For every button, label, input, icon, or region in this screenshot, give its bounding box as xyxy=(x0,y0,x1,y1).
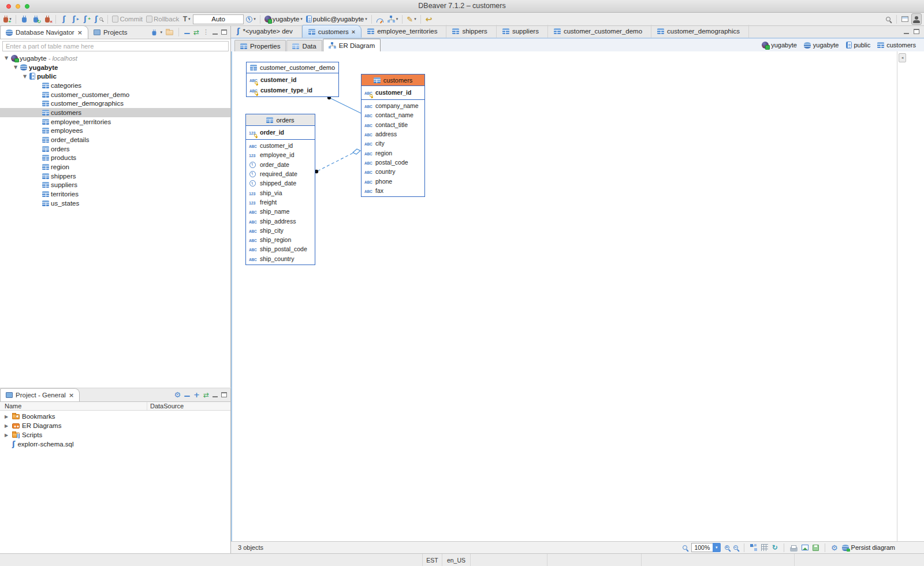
project-item[interactable]: ▶ Bookmarks xyxy=(0,412,230,421)
print-diagram-button[interactable] xyxy=(790,547,798,552)
new-sql-editor-button[interactable]: ʃ xyxy=(59,13,69,25)
entity-column[interactable]: customer_type_id xyxy=(247,85,338,95)
entity-column[interactable]: address xyxy=(362,129,424,139)
project-item[interactable]: ▶ Scripts xyxy=(0,430,230,440)
commit-mode-combo[interactable]: Auto xyxy=(193,14,244,24)
breadcrumb-item[interactable]: yugabyte xyxy=(804,42,839,49)
entity-column[interactable]: region xyxy=(362,148,424,157)
entity-column[interactable]: ship_via xyxy=(246,188,315,197)
toggle-grid-button[interactable] xyxy=(761,544,768,551)
editor-tab[interactable]: customer_customer_demo xyxy=(548,25,651,38)
connect-button[interactable] xyxy=(19,13,29,25)
editor-subtab[interactable]: ER Diagram xyxy=(323,39,381,51)
dashboard-button[interactable] xyxy=(375,13,385,25)
sql-templates-button[interactable]: ʃ xyxy=(94,13,105,25)
column-name[interactable]: Name xyxy=(5,403,21,409)
zoom-in-button[interactable]: + xyxy=(725,545,729,550)
project-item[interactable]: ▶ ER Diagrams xyxy=(0,421,230,430)
tree-item[interactable]: ▼ yugabyte xyxy=(0,63,230,72)
chevron-down-icon[interactable]: ▾ xyxy=(160,31,162,34)
zoom-out-button[interactable]: − xyxy=(733,545,738,550)
active-schema-selector[interactable]: public@yugabyte ▾ xyxy=(305,13,368,25)
expand-arrow-icon[interactable]: ▶ xyxy=(5,414,10,419)
open-perspective-button[interactable] xyxy=(900,13,910,25)
entity-column[interactable]: contact_title xyxy=(362,120,424,129)
zoom-level-value[interactable]: 100% xyxy=(691,543,713,552)
project-item[interactable]: explorr-schema.sql xyxy=(0,440,230,449)
refresh-diagram-button[interactable]: ↻ xyxy=(772,543,778,552)
entity-column[interactable]: ship_postal_code xyxy=(246,244,315,254)
entity-customer-customer-demo[interactable]: customer_customer_demo customer_id custo… xyxy=(246,62,339,97)
expand-arrow-icon[interactable]: ▶ xyxy=(5,423,10,429)
export-image-button[interactable] xyxy=(802,545,808,550)
minimize-panel-icon[interactable] xyxy=(213,33,218,35)
entity-column[interactable]: ship_city xyxy=(246,226,315,235)
editor-tab[interactable]: customers × xyxy=(302,25,362,38)
compare-structures-button[interactable]: ▾ xyxy=(386,13,400,25)
collapse-all-icon[interactable] xyxy=(184,33,190,35)
editor-tab[interactable]: suppliers xyxy=(497,25,548,38)
reconnect-button[interactable]: ↻ xyxy=(31,13,41,25)
entity-header[interactable]: customer_customer_demo xyxy=(247,62,338,73)
tree-item[interactable]: ▼ public xyxy=(0,72,230,81)
transaction-log-button[interactable]: ▾ xyxy=(245,13,257,25)
rollback-button[interactable]: Rollback xyxy=(145,13,180,25)
zoom-dropdown-button[interactable]: ▾ xyxy=(713,543,721,552)
entity-column[interactable]: freight xyxy=(246,198,315,207)
new-connection-button[interactable]: + ▾ xyxy=(2,13,13,25)
editor-tab[interactable]: customer_demographics xyxy=(651,25,749,38)
link-with-editor-icon[interactable]: ⇄ xyxy=(203,391,209,399)
tree-item[interactable]: products xyxy=(0,154,230,163)
close-icon[interactable]: × xyxy=(69,392,74,399)
new-folder-icon[interactable] xyxy=(166,30,173,35)
close-icon[interactable]: × xyxy=(352,28,355,35)
entity-column[interactable]: phone xyxy=(362,176,424,185)
entity-column[interactable]: order_date xyxy=(246,160,315,169)
entity-column[interactable]: customer_id xyxy=(362,88,424,98)
undo-button[interactable]: ↩ xyxy=(424,13,434,25)
link-with-editor-icon[interactable]: ⇄ xyxy=(193,28,199,36)
entity-column[interactable]: city xyxy=(362,139,424,148)
close-icon[interactable]: × xyxy=(77,29,83,36)
editor-subtab[interactable]: Properties xyxy=(234,40,286,51)
tree-item[interactable]: employee_territories xyxy=(0,117,230,126)
breadcrumb-item[interactable]: public xyxy=(846,42,871,49)
entity-column[interactable]: employee_id xyxy=(246,150,315,159)
tree-item[interactable]: ▼ yugabyte - localhost xyxy=(0,54,230,63)
collapse-all-icon[interactable] xyxy=(184,396,190,397)
tree-item[interactable]: categories xyxy=(0,81,230,90)
entity-column[interactable]: shipped_date xyxy=(246,178,315,188)
editor-tab[interactable]: shippers xyxy=(446,25,496,38)
table-filter-input[interactable] xyxy=(2,41,229,51)
entity-orders[interactable]: orders order_id customer_id employee_id xyxy=(245,114,315,265)
tab-database-navigator[interactable]: Database Navigator × xyxy=(0,25,88,39)
persist-diagram-button[interactable]: Persist diagram xyxy=(842,544,895,551)
relation-line-ccd-customers[interactable] xyxy=(329,98,361,113)
tree-item[interactable]: shippers xyxy=(0,172,230,181)
entity-column[interactable]: customer_id xyxy=(247,75,338,85)
pretty-print-button[interactable]: ✎ ▾ xyxy=(405,13,417,25)
tree-item[interactable]: customer_customer_demo xyxy=(0,90,230,99)
entity-column[interactable]: ship_region xyxy=(246,235,315,244)
entity-column[interactable]: contact_name xyxy=(362,110,424,120)
search-button[interactable] xyxy=(883,13,893,25)
editor-subtab[interactable]: Data xyxy=(286,40,322,51)
palette-toggle-button[interactable]: ◂ xyxy=(899,53,906,62)
expand-arrow-icon[interactable]: ▶ xyxy=(5,433,10,438)
tree-item[interactable]: customer_demographics xyxy=(0,99,230,108)
gear-icon[interactable]: ⚙ xyxy=(174,390,181,399)
entity-column[interactable]: customer_id xyxy=(246,141,315,150)
entity-column[interactable]: ship_address xyxy=(246,216,315,225)
expand-arrow-icon[interactable]: ▼ xyxy=(13,65,18,70)
entity-column[interactable]: country xyxy=(362,167,424,176)
new-sql-script-button[interactable]: ʃ+ xyxy=(82,13,92,25)
tree-item[interactable]: territories xyxy=(0,189,230,199)
expand-all-icon[interactable]: + xyxy=(193,390,200,399)
tree-item[interactable]: customers xyxy=(0,108,230,117)
commit-button[interactable]: Commit xyxy=(111,13,144,25)
maximize-panel-icon[interactable] xyxy=(221,392,227,397)
tree-item[interactable]: orders xyxy=(0,144,230,154)
breadcrumb-item[interactable]: yugabyte xyxy=(762,42,797,49)
tab-projects[interactable]: Projects xyxy=(88,25,133,39)
entity-column[interactable]: ship_name xyxy=(246,207,315,216)
